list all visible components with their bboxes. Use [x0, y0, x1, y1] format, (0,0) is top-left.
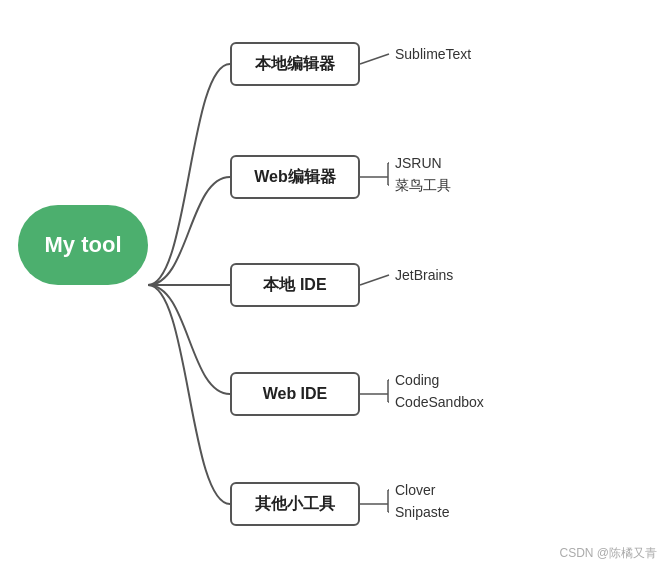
leaf-label-jsrun: JSRUN: [395, 155, 442, 171]
branch-node-local-editor: 本地编辑器: [230, 42, 360, 86]
svg-line-0: [360, 54, 389, 64]
leaf-label-rookie: 菜鸟工具: [395, 177, 451, 195]
leaf-label-jetbrains: JetBrains: [395, 267, 453, 283]
branch-node-local-ide: 本地 IDE: [230, 263, 360, 307]
mind-map: My tool 本地编辑器SublimeTextWeb编辑器JSRUN菜鸟工具本…: [0, 0, 669, 570]
root-label: My tool: [45, 232, 122, 258]
leaf-label-coding: Coding: [395, 372, 439, 388]
watermark: CSDN @陈橘又青: [559, 545, 657, 562]
leaf-label-clover: Clover: [395, 482, 435, 498]
leaf-label-sublime: SublimeText: [395, 46, 471, 62]
root-node: My tool: [18, 205, 148, 285]
leaf-label-codesandbox: CodeSandbox: [395, 394, 484, 410]
branch-node-other-tools: 其他小工具: [230, 482, 360, 526]
leaf-label-snipaste: Snipaste: [395, 504, 449, 520]
branch-node-web-editor: Web编辑器: [230, 155, 360, 199]
branch-node-web-ide: Web IDE: [230, 372, 360, 416]
svg-line-5: [360, 275, 389, 285]
